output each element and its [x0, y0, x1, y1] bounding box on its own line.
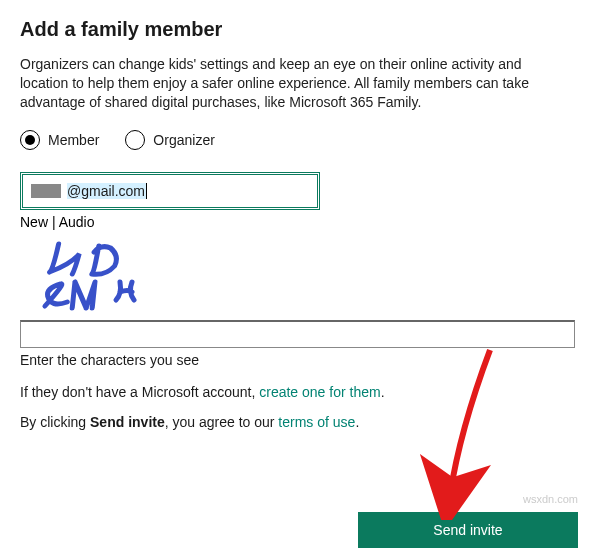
agree-text: By clicking Send invite, you agree to ou… — [20, 414, 570, 430]
radio-organizer-label: Organizer — [153, 132, 214, 148]
dialog-description: Organizers can change kids' settings and… — [20, 55, 570, 112]
radio-indicator-icon — [125, 130, 145, 150]
no-account-prefix: If they don't have a Microsoft account, — [20, 384, 259, 400]
radio-member-label: Member — [48, 132, 99, 148]
radio-indicator-icon — [20, 130, 40, 150]
agree-bold: Send invite — [90, 414, 165, 430]
agree-mid: , you agree to our — [165, 414, 279, 430]
email-input-value: @gmail.com — [67, 183, 146, 199]
no-account-text: If they don't have a Microsoft account, … — [20, 384, 570, 400]
captcha-new-link[interactable]: New — [20, 214, 48, 230]
role-radio-group: Member Organizer — [20, 130, 570, 150]
captcha-audio-link[interactable]: Audio — [59, 214, 95, 230]
radio-member[interactable]: Member — [20, 130, 99, 150]
email-input-wrapper[interactable]: @gmail.com — [20, 172, 320, 210]
captcha-image — [20, 234, 180, 314]
separator: | — [48, 214, 59, 230]
agree-suffix: . — [355, 414, 359, 430]
watermark: wsxdn.com — [523, 493, 578, 505]
radio-organizer[interactable]: Organizer — [125, 130, 214, 150]
dialog-title: Add a family member — [20, 18, 570, 41]
captcha-controls: New | Audio — [20, 214, 570, 230]
send-invite-button[interactable]: Send invite — [358, 512, 578, 548]
terms-link[interactable]: terms of use — [278, 414, 355, 430]
no-account-suffix: . — [381, 384, 385, 400]
redacted-text — [31, 184, 61, 198]
captcha-hint: Enter the characters you see — [20, 352, 570, 368]
text-cursor-icon — [146, 183, 147, 199]
agree-prefix: By clicking — [20, 414, 90, 430]
captcha-input[interactable] — [20, 320, 575, 348]
create-account-link[interactable]: create one for them — [259, 384, 380, 400]
